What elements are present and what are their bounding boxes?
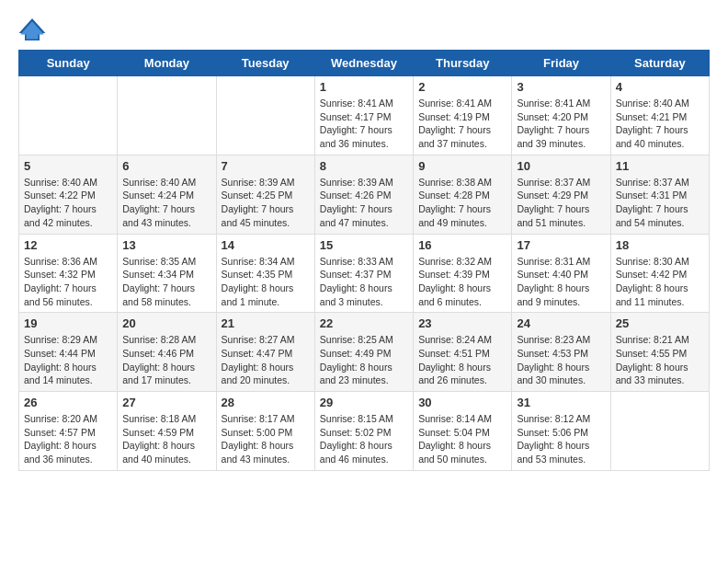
calendar-week-row: 12Sunrise: 8:36 AMSunset: 4:32 PMDayligh… <box>19 234 710 313</box>
day-info: Sunrise: 8:20 AMSunset: 4:57 PMDaylight:… <box>24 412 112 466</box>
day-number: 13 <box>122 238 210 252</box>
day-number: 6 <box>122 159 210 173</box>
day-info: Sunrise: 8:32 AMSunset: 4:39 PMDaylight:… <box>418 255 506 309</box>
weekday-header-sunday: Sunday <box>19 51 118 76</box>
day-info: Sunrise: 8:14 AMSunset: 5:04 PMDaylight:… <box>418 412 506 466</box>
day-number: 20 <box>122 316 210 330</box>
calendar-cell: 10Sunrise: 8:37 AMSunset: 4:29 PMDayligh… <box>512 155 610 234</box>
calendar-cell: 2Sunrise: 8:41 AMSunset: 4:19 PMDaylight… <box>414 76 512 155</box>
calendar-week-row: 26Sunrise: 8:20 AMSunset: 4:57 PMDayligh… <box>19 392 710 471</box>
calendar-cell: 4Sunrise: 8:40 AMSunset: 4:21 PMDaylight… <box>610 76 709 155</box>
calendar-cell: 30Sunrise: 8:14 AMSunset: 5:04 PMDayligh… <box>414 392 512 471</box>
day-info: Sunrise: 8:21 AMSunset: 4:55 PMDaylight:… <box>616 333 704 387</box>
day-number: 9 <box>418 159 506 173</box>
day-info: Sunrise: 8:34 AMSunset: 4:35 PMDaylight:… <box>222 255 310 309</box>
day-number: 27 <box>122 396 210 409</box>
day-number: 17 <box>517 238 605 252</box>
day-info: Sunrise: 8:40 AMSunset: 4:22 PMDaylight:… <box>24 176 112 230</box>
day-number: 5 <box>24 159 112 173</box>
day-info: Sunrise: 8:39 AMSunset: 4:26 PMDaylight:… <box>320 176 408 230</box>
weekday-header-wednesday: Wednesday <box>314 51 413 76</box>
day-info: Sunrise: 8:40 AMSunset: 4:24 PMDaylight:… <box>122 176 210 230</box>
calendar-cell <box>19 76 118 155</box>
day-info: Sunrise: 8:28 AMSunset: 4:46 PMDaylight:… <box>122 333 210 387</box>
calendar-cell: 6Sunrise: 8:40 AMSunset: 4:24 PMDaylight… <box>118 155 216 234</box>
calendar-cell: 20Sunrise: 8:28 AMSunset: 4:46 PMDayligh… <box>118 313 216 392</box>
calendar-cell: 13Sunrise: 8:35 AMSunset: 4:34 PMDayligh… <box>118 234 216 313</box>
calendar-cell: 25Sunrise: 8:21 AMSunset: 4:55 PMDayligh… <box>610 313 709 392</box>
calendar-cell <box>216 76 314 155</box>
calendar-cell: 28Sunrise: 8:17 AMSunset: 5:00 PMDayligh… <box>216 392 314 471</box>
day-number: 31 <box>517 396 605 409</box>
calendar-cell <box>118 76 216 155</box>
day-number: 12 <box>24 238 112 252</box>
day-info: Sunrise: 8:31 AMSunset: 4:40 PMDaylight:… <box>517 255 605 309</box>
day-info: Sunrise: 8:37 AMSunset: 4:31 PMDaylight:… <box>616 176 704 230</box>
calendar-cell: 14Sunrise: 8:34 AMSunset: 4:35 PMDayligh… <box>216 234 314 313</box>
calendar-cell: 5Sunrise: 8:40 AMSunset: 4:22 PMDaylight… <box>19 155 118 234</box>
weekday-header-thursday: Thursday <box>414 51 512 76</box>
day-number: 19 <box>24 316 112 330</box>
calendar-cell: 19Sunrise: 8:29 AMSunset: 4:44 PMDayligh… <box>19 313 118 392</box>
day-number: 18 <box>616 238 704 252</box>
day-number: 7 <box>222 159 310 173</box>
day-info: Sunrise: 8:35 AMSunset: 4:34 PMDaylight:… <box>122 255 210 309</box>
calendar-cell: 1Sunrise: 8:41 AMSunset: 4:17 PMDaylight… <box>314 76 413 155</box>
day-info: Sunrise: 8:18 AMSunset: 4:59 PMDaylight:… <box>122 412 210 466</box>
calendar-cell: 16Sunrise: 8:32 AMSunset: 4:39 PMDayligh… <box>414 234 512 313</box>
calendar-cell: 23Sunrise: 8:24 AMSunset: 4:51 PMDayligh… <box>414 313 512 392</box>
calendar-table: SundayMondayTuesdayWednesdayThursdayFrid… <box>18 50 710 471</box>
weekday-header-row: SundayMondayTuesdayWednesdayThursdayFrid… <box>19 51 710 76</box>
day-number: 23 <box>418 316 506 330</box>
calendar-cell: 27Sunrise: 8:18 AMSunset: 4:59 PMDayligh… <box>118 392 216 471</box>
calendar-cell: 24Sunrise: 8:23 AMSunset: 4:53 PMDayligh… <box>512 313 610 392</box>
day-number: 24 <box>517 316 605 330</box>
day-number: 8 <box>320 159 408 173</box>
day-info: Sunrise: 8:23 AMSunset: 4:53 PMDaylight:… <box>517 333 605 387</box>
day-number: 22 <box>320 316 408 330</box>
day-number: 14 <box>222 238 310 252</box>
day-number: 25 <box>616 316 704 330</box>
calendar-cell <box>610 392 709 471</box>
calendar-cell: 31Sunrise: 8:12 AMSunset: 5:06 PMDayligh… <box>512 392 610 471</box>
day-number: 4 <box>616 80 704 94</box>
weekday-header-tuesday: Tuesday <box>216 51 314 76</box>
logo <box>18 18 50 40</box>
day-info: Sunrise: 8:25 AMSunset: 4:49 PMDaylight:… <box>320 333 408 387</box>
day-info: Sunrise: 8:30 AMSunset: 4:42 PMDaylight:… <box>616 255 704 309</box>
calendar-cell: 3Sunrise: 8:41 AMSunset: 4:20 PMDaylight… <box>512 76 610 155</box>
day-info: Sunrise: 8:40 AMSunset: 4:21 PMDaylight:… <box>616 97 704 151</box>
weekday-header-friday: Friday <box>512 51 610 76</box>
calendar-cell: 11Sunrise: 8:37 AMSunset: 4:31 PMDayligh… <box>610 155 709 234</box>
day-info: Sunrise: 8:33 AMSunset: 4:37 PMDaylight:… <box>320 255 408 309</box>
calendar-cell: 17Sunrise: 8:31 AMSunset: 4:40 PMDayligh… <box>512 234 610 313</box>
calendar-cell: 7Sunrise: 8:39 AMSunset: 4:25 PMDaylight… <box>216 155 314 234</box>
day-number: 15 <box>320 238 408 252</box>
page-header <box>18 18 710 40</box>
day-info: Sunrise: 8:41 AMSunset: 4:20 PMDaylight:… <box>517 97 605 151</box>
calendar-week-row: 5Sunrise: 8:40 AMSunset: 4:22 PMDaylight… <box>19 155 710 234</box>
calendar-cell: 8Sunrise: 8:39 AMSunset: 4:26 PMDaylight… <box>314 155 413 234</box>
weekday-header-monday: Monday <box>118 51 216 76</box>
day-number: 10 <box>517 159 605 173</box>
calendar-cell: 21Sunrise: 8:27 AMSunset: 4:47 PMDayligh… <box>216 313 314 392</box>
day-info: Sunrise: 8:39 AMSunset: 4:25 PMDaylight:… <box>222 176 310 230</box>
calendar-cell: 22Sunrise: 8:25 AMSunset: 4:49 PMDayligh… <box>314 313 413 392</box>
calendar-cell: 12Sunrise: 8:36 AMSunset: 4:32 PMDayligh… <box>19 234 118 313</box>
calendar-cell: 29Sunrise: 8:15 AMSunset: 5:02 PMDayligh… <box>314 392 413 471</box>
day-info: Sunrise: 8:12 AMSunset: 5:06 PMDaylight:… <box>517 412 605 466</box>
day-info: Sunrise: 8:41 AMSunset: 4:19 PMDaylight:… <box>418 97 506 151</box>
day-number: 16 <box>418 238 506 252</box>
day-info: Sunrise: 8:29 AMSunset: 4:44 PMDaylight:… <box>24 333 112 387</box>
day-number: 30 <box>418 396 506 409</box>
logo-icon <box>18 18 46 40</box>
day-number: 2 <box>418 80 506 94</box>
day-number: 1 <box>320 80 408 94</box>
day-number: 26 <box>24 396 112 409</box>
weekday-header-saturday: Saturday <box>610 51 709 76</box>
calendar-cell: 18Sunrise: 8:30 AMSunset: 4:42 PMDayligh… <box>610 234 709 313</box>
day-info: Sunrise: 8:27 AMSunset: 4:47 PMDaylight:… <box>222 333 310 387</box>
day-info: Sunrise: 8:41 AMSunset: 4:17 PMDaylight:… <box>320 97 408 151</box>
day-info: Sunrise: 8:38 AMSunset: 4:28 PMDaylight:… <box>418 176 506 230</box>
calendar-cell: 9Sunrise: 8:38 AMSunset: 4:28 PMDaylight… <box>414 155 512 234</box>
